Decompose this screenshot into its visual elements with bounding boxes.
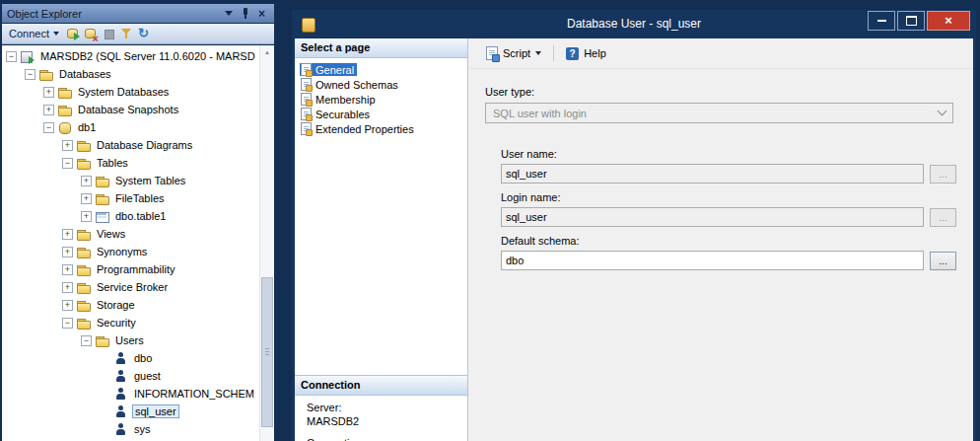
connection-label: Connection: xyxy=(307,437,467,441)
pin-icon[interactable] xyxy=(238,6,252,21)
help-button-label: Help xyxy=(584,47,606,59)
tree-indent xyxy=(2,252,62,253)
tree-item[interactable]: −MARSDB2 (SQL Server 11.0.6020 - MARSD xyxy=(2,47,260,65)
connect-button[interactable]: Connect xyxy=(6,27,64,40)
tree-indent xyxy=(2,216,81,217)
page-icon xyxy=(301,78,312,91)
tree-item[interactable]: +Database Diagrams xyxy=(2,136,260,154)
tree-indent xyxy=(2,234,62,235)
expander-spacer xyxy=(100,389,110,400)
select-page-header: Select a page xyxy=(295,38,467,58)
expand-icon[interactable]: + xyxy=(81,211,92,222)
tree-item[interactable]: +Programmability xyxy=(2,260,260,278)
expand-icon[interactable]: + xyxy=(81,193,92,204)
default-schema-browse-button[interactable]: ... xyxy=(930,252,956,270)
tree-item[interactable]: +Synonyms xyxy=(2,243,260,260)
tree-item-label: System Databases xyxy=(76,86,171,98)
tree-indent xyxy=(2,358,100,359)
page-item-owned-schemas[interactable]: Owned Schemas xyxy=(295,77,467,92)
page-item-securables[interactable]: Securables xyxy=(295,107,467,121)
expand-icon[interactable]: + xyxy=(62,247,73,257)
tree-item[interactable]: −db1 xyxy=(2,118,260,136)
tree-indent xyxy=(2,305,62,306)
expand-icon[interactable]: + xyxy=(43,87,54,98)
default-schema-field[interactable] xyxy=(501,251,924,270)
tree-indent xyxy=(2,127,43,128)
close-icon[interactable]: × xyxy=(254,6,269,21)
tree-item[interactable]: +System Databases xyxy=(2,83,260,101)
folder-icon xyxy=(95,174,109,188)
collapse-icon[interactable]: − xyxy=(81,335,92,346)
page-item-label: Membership xyxy=(315,94,376,106)
tree-item[interactable]: +System Tables xyxy=(2,172,260,189)
script-button[interactable]: Script xyxy=(479,42,548,64)
filter-icon[interactable] xyxy=(118,26,134,41)
minimize-icon xyxy=(877,20,886,22)
tree-item-label: Synonyms xyxy=(95,246,149,257)
tree-item[interactable]: guest xyxy=(2,367,260,385)
tree-item[interactable]: +Views xyxy=(2,225,260,243)
tree-item[interactable]: −Tables xyxy=(2,154,260,172)
expand-icon[interactable]: + xyxy=(62,264,73,275)
expand-icon[interactable]: + xyxy=(43,105,54,115)
tree-item[interactable]: sys xyxy=(2,420,260,438)
expand-icon[interactable]: + xyxy=(62,300,73,311)
disconnect-icon[interactable] xyxy=(83,26,99,41)
close-button[interactable]: × xyxy=(927,11,970,31)
table-icon xyxy=(95,209,109,224)
folder-icon xyxy=(76,298,91,313)
tree-item[interactable]: dbo xyxy=(2,349,260,367)
folder-icon xyxy=(76,280,91,295)
collapse-icon[interactable]: − xyxy=(62,158,73,169)
script-dropdown-icon[interactable] xyxy=(535,51,541,55)
script-button-label: Script xyxy=(503,47,530,59)
tree-indent xyxy=(2,181,81,182)
select-page-pane: Select a page GeneralOwned SchemasMember… xyxy=(295,38,468,441)
window-menu-icon[interactable] xyxy=(221,6,236,21)
tree-item[interactable]: +Storage xyxy=(2,296,260,314)
page-item-inner: Membership xyxy=(300,93,379,106)
expand-icon[interactable]: + xyxy=(81,176,92,186)
tree-indent xyxy=(2,163,62,164)
tree-item[interactable]: −Users xyxy=(2,331,260,349)
object-explorer-toolbar: Connect xyxy=(2,24,274,44)
collapse-icon[interactable]: − xyxy=(43,122,54,133)
tree-item-label: INFORMATION_SCHEM xyxy=(132,388,256,400)
maximize-button[interactable] xyxy=(897,11,925,31)
connect-database-icon[interactable] xyxy=(65,26,81,41)
login-name-label: Login name: xyxy=(501,191,561,203)
page-item-general[interactable]: General xyxy=(295,62,467,77)
minimize-button[interactable] xyxy=(868,11,895,31)
page-item-label: Extended Properties xyxy=(315,123,414,135)
page-item-membership[interactable]: Membership xyxy=(295,92,467,107)
page-item-extended-properties[interactable]: Extended Properties xyxy=(295,121,467,136)
tree-item[interactable]: INFORMATION_SCHEM xyxy=(2,385,260,403)
dialog-titlebar[interactable]: Database User - sql_user × xyxy=(292,10,976,38)
scroll-up-icon[interactable]: ▲ xyxy=(260,45,274,59)
connection-info: Server: MARSDB2 Connection: xyxy=(295,396,467,441)
expand-icon[interactable]: + xyxy=(62,140,73,151)
server-value: MARSDB2 xyxy=(307,415,467,427)
collapse-icon[interactable]: − xyxy=(6,51,17,62)
refresh-icon[interactable] xyxy=(136,26,152,41)
database-user-dialog: Database User - sql_user × Select a page… xyxy=(292,10,976,441)
expand-icon[interactable]: + xyxy=(62,229,73,240)
tree-scrollbar[interactable]: ▲ xyxy=(259,45,274,441)
tree-item[interactable]: +Service Broker xyxy=(2,278,260,296)
tree-item[interactable]: sql_user xyxy=(2,403,260,420)
collapse-icon[interactable]: − xyxy=(62,318,73,329)
tree-indent xyxy=(2,429,100,430)
tree-item[interactable]: +FileTables xyxy=(2,189,260,207)
collapse-icon[interactable]: − xyxy=(25,69,35,80)
folder-icon xyxy=(76,316,91,331)
tree-item[interactable]: +dbo.table1 xyxy=(2,207,260,225)
scrollbar-thumb[interactable] xyxy=(261,277,273,427)
tree-item[interactable]: +Database Snapshots xyxy=(2,101,260,118)
expand-icon[interactable]: + xyxy=(62,282,73,293)
help-button[interactable]: Help xyxy=(559,43,613,64)
user-type-select: SQL user with login xyxy=(485,103,953,123)
tree-item[interactable]: −Databases xyxy=(2,65,260,83)
stop-icon[interactable] xyxy=(101,26,116,41)
expander-spacer xyxy=(100,406,110,417)
tree-item[interactable]: −Security xyxy=(2,314,260,331)
